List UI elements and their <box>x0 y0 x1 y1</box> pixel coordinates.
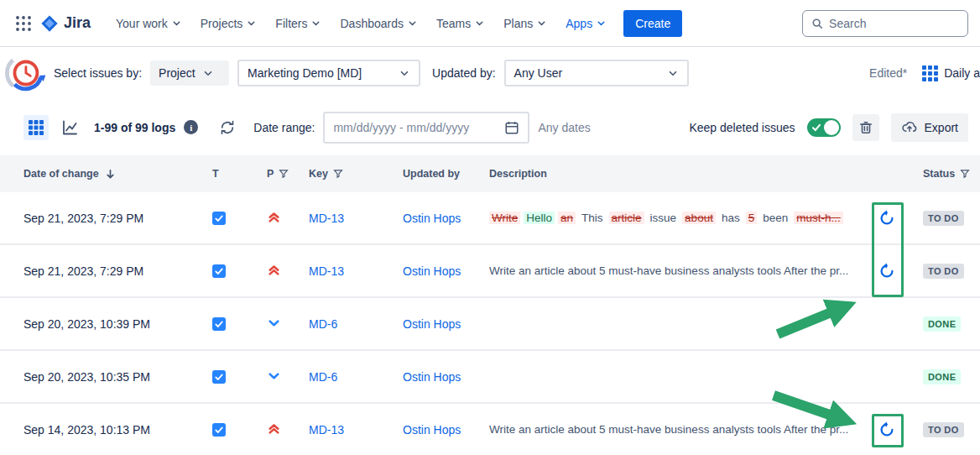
select-by-dropdown[interactable]: Project <box>150 60 229 86</box>
app-switcher-button[interactable] <box>10 10 37 37</box>
filter-funnel-icon[interactable] <box>279 169 289 179</box>
revert-button[interactable] <box>873 416 901 444</box>
status-cell: DONE <box>907 316 980 332</box>
nav-dashboards[interactable]: Dashboards <box>331 10 426 37</box>
description-text: Write an article about 5 must-have busin… <box>489 423 867 436</box>
nav-dashboards-label: Dashboards <box>340 17 404 30</box>
diff-token-plain: This <box>579 212 606 224</box>
revert-button[interactable] <box>873 204 901 233</box>
priority-highest-icon <box>267 421 309 438</box>
filter-bar: Select issues by: Project Marketing Demo… <box>0 47 980 99</box>
priority-low-icon <box>267 369 309 385</box>
issue-key-link[interactable]: MD-13 <box>309 212 403 225</box>
filter-funnel-icon[interactable] <box>333 169 343 179</box>
jira-logo-text: Jira <box>64 14 91 32</box>
chart-view-button[interactable] <box>57 115 82 140</box>
nav-plans[interactable]: Plans <box>495 10 555 37</box>
keep-deleted-label: Keep deleted issues <box>689 121 795 134</box>
table-view-button[interactable] <box>23 115 49 140</box>
export-button[interactable]: Export <box>891 113 968 142</box>
nav-filters[interactable]: Filters <box>267 10 330 37</box>
description-diff: WriteHelloanThisarticleissueabouthas5bee… <box>489 212 867 224</box>
updated-by-link[interactable]: Ostin Hops <box>403 317 489 331</box>
status-cell: TO DO <box>907 264 980 279</box>
nav-projects[interactable]: Projects <box>192 10 266 37</box>
filter-funnel-icon[interactable] <box>960 169 970 179</box>
chevron-down-icon <box>246 18 257 29</box>
nav-apps[interactable]: Apps <box>557 10 615 37</box>
chevron-down-icon <box>667 67 679 79</box>
diff-token-del: Write <box>489 212 520 224</box>
status-badge: DONE <box>923 369 961 384</box>
daily-activity-grid-icon <box>922 65 938 81</box>
table-row: Sep 21, 2023, 7:29 PM MD-13 Ostin Hops W… <box>0 192 980 245</box>
updated-by-link[interactable]: Ostin Hops <box>403 423 489 437</box>
keep-deleted-toggle[interactable] <box>807 118 841 137</box>
updated-by-value: Any User <box>514 66 563 80</box>
header-status: Status <box>907 168 980 180</box>
chevron-down-icon <box>596 18 607 29</box>
status-badge: DONE <box>923 316 961 332</box>
refresh-button[interactable] <box>215 115 240 140</box>
jira-issue-history-page: Jira Your work Projects Filters Dashboar… <box>0 0 980 455</box>
header-date-of-change[interactable]: Date of change <box>23 168 212 180</box>
chevron-down-icon <box>202 67 214 79</box>
table-row: Sep 20, 2023, 10:35 PM MD-6 Ostin Hops D… <box>0 351 980 404</box>
chevron-down-icon <box>407 18 418 29</box>
table-row: Sep 14, 2023, 10:13 PM MD-13 Ostin Hops … <box>0 404 980 455</box>
updated-by-link[interactable]: Ostin Hops <box>403 212 489 225</box>
issue-key-link[interactable]: MD-6 <box>309 317 403 331</box>
app-logo-clock-icon <box>3 52 45 94</box>
checkbox-check-icon <box>214 319 224 329</box>
date-range-input[interactable] <box>333 121 498 134</box>
type-checkbox[interactable] <box>212 423 226 437</box>
edited-label: Edited* <box>869 66 907 80</box>
search-input[interactable] <box>829 17 959 30</box>
chevron-down-icon <box>536 18 547 29</box>
header-priority: P <box>267 168 309 180</box>
revert-icon <box>878 262 896 280</box>
export-label: Export <box>925 121 958 134</box>
updated-by-link[interactable]: Ostin Hops <box>403 264 489 278</box>
diff-token-del: article <box>609 212 644 224</box>
revert-icon <box>878 421 896 439</box>
issue-key-link[interactable]: MD-13 <box>309 264 403 278</box>
project-dropdown[interactable]: Marketing Demo [MD] <box>237 60 420 86</box>
toggle-knob <box>824 120 839 135</box>
issue-key-link[interactable]: MD-13 <box>309 423 403 437</box>
delete-logs-button[interactable] <box>852 114 879 141</box>
updated-by-link[interactable]: Ostin Hops <box>403 370 489 384</box>
type-checkbox[interactable] <box>212 317 226 331</box>
search-box <box>802 10 968 37</box>
calendar-icon[interactable] <box>504 120 519 135</box>
revert-button[interactable] <box>873 257 901 285</box>
daily-activity-button[interactable]: Daily a <box>919 62 980 85</box>
change-date: Sep 21, 2023, 7:29 PM <box>23 212 212 225</box>
revert-icon <box>878 209 896 228</box>
updated-by-dropdown[interactable]: Any User <box>504 60 689 86</box>
diff-token-add: Hello <box>524 212 555 224</box>
priority-highest-icon <box>267 263 309 280</box>
info-icon[interactable]: i <box>184 120 198 134</box>
status-badge: TO DO <box>923 422 964 437</box>
nav-your-work[interactable]: Your work <box>107 10 190 37</box>
refresh-icon <box>219 119 236 136</box>
description-text: Write an article about 5 must-have busin… <box>489 264 867 277</box>
diff-token-plain: issue <box>648 212 680 224</box>
type-checkbox[interactable] <box>212 264 226 278</box>
change-date: Sep 20, 2023, 10:39 PM <box>23 317 212 331</box>
diff-token-plain: been <box>760 212 790 224</box>
status-cell: TO DO <box>907 211 980 226</box>
updated-by-label: Updated by: <box>432 66 496 80</box>
change-log-table: Date of change T P Key Updated by Descri… <box>0 155 980 455</box>
jira-logo[interactable]: Jira <box>40 14 91 33</box>
toolbar-right: Keep deleted issues Export <box>689 113 968 142</box>
diff-token-del: about <box>682 212 716 224</box>
type-checkbox[interactable] <box>212 370 226 384</box>
create-button[interactable]: Create <box>623 10 682 37</box>
status-badge: TO DO <box>923 211 964 226</box>
nav-teams[interactable]: Teams <box>428 10 493 37</box>
issue-key-link[interactable]: MD-6 <box>309 370 403 384</box>
type-checkbox[interactable] <box>212 212 226 225</box>
export-cloud-icon <box>901 119 918 136</box>
